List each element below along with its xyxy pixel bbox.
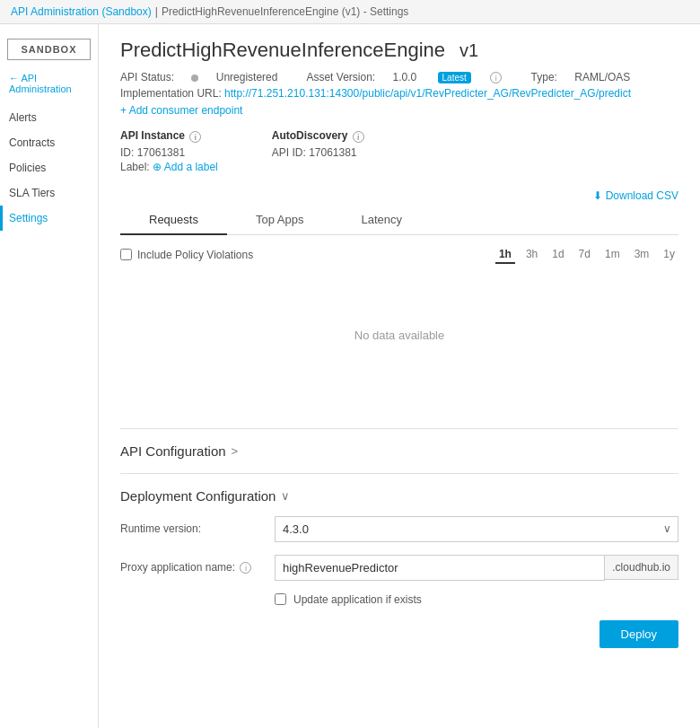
status-label: API Status: — [120, 71, 174, 83]
status-dot — [191, 75, 198, 82]
time-filter-7d[interactable]: 7d — [575, 246, 594, 264]
proxy-app-name-row: Proxy application name: i .cloudhub.io — [120, 555, 678, 581]
api-config-title: API Configuration — [120, 443, 226, 459]
include-policy-violations-label[interactable]: Include Policy Violations — [120, 249, 253, 261]
runtime-version-wrapper: 4.3.0 ∨ — [275, 516, 678, 542]
sidebar-item-sla-tiers[interactable]: SLA Tiers — [0, 180, 98, 206]
include-policy-violations-checkbox[interactable] — [120, 249, 132, 260]
api-instance-label-row: Label: ⊕ Add a label — [120, 161, 218, 173]
sidebar-nav: Alerts Contracts Policies SLA Tiers Sett… — [0, 105, 98, 231]
deployment-config-title: Deployment Configuration — [120, 488, 276, 504]
top-bar-link1[interactable]: API Administration (Sandbox) — [11, 5, 152, 18]
latest-badge: Latest — [438, 72, 471, 83]
divider-2 — [120, 473, 678, 474]
api-instance-row: API Instance i ID: 17061381 Label: ⊕ Add… — [120, 129, 678, 174]
auto-discovery-title: AutoDiscovery i — [272, 129, 364, 142]
version-badge: v1 — [459, 40, 478, 61]
sidebar-item-contracts[interactable]: Contracts — [0, 130, 98, 155]
no-data-message: No data available — [120, 275, 678, 414]
time-filter-1m[interactable]: 1m — [601, 246, 624, 264]
proxy-app-name-label: Proxy application name: i — [120, 561, 264, 574]
tab-latency[interactable]: Latency — [332, 206, 431, 235]
api-instance-title: API Instance i — [120, 129, 218, 142]
type-label: Type: — [531, 71, 557, 83]
sidebar-item-alerts[interactable]: Alerts — [0, 105, 98, 130]
sandbox-button[interactable]: SANDBOX — [7, 39, 91, 60]
proxy-app-name-group: .cloudhub.io — [275, 555, 678, 581]
proxy-app-name-input[interactable] — [275, 555, 605, 581]
top-bar-link2[interactable]: PredictHighRevenueInferenceEngine (v1) -… — [162, 5, 408, 18]
sidebar-item-settings[interactable]: Settings — [0, 206, 98, 231]
back-link[interactable]: ← API Administration — [0, 67, 98, 100]
impl-url-link[interactable]: http://71.251.210.131:14300/public/api/v… — [224, 87, 631, 100]
auto-discovery-block: AutoDiscovery i API ID: 17061381 — [272, 129, 364, 174]
time-filters: 1h 3h 1d 7d 1m 3m 1y — [495, 246, 678, 264]
api-config-chevron: > — [232, 444, 239, 458]
api-instance-id: ID: 17061381 — [120, 146, 218, 159]
download-csv-button[interactable]: ⬇ Download CSV — [120, 189, 678, 202]
runtime-version-row: Runtime version: 4.3.0 ∨ — [120, 516, 678, 542]
top-bar: API Administration (Sandbox) | PredictHi… — [0, 0, 700, 24]
impl-url-label: Implementation URL: — [120, 87, 222, 100]
deployment-config-header[interactable]: Deployment Configuration ∨ — [120, 488, 678, 504]
latest-info-icon[interactable]: i — [490, 72, 502, 83]
filter-row: Include Policy Violations 1h 3h 1d 7d 1m… — [120, 246, 678, 264]
api-config-header[interactable]: API Configuration > — [120, 443, 678, 459]
update-if-exists-row: Update application if exists — [275, 593, 678, 606]
api-instance-block: API Instance i ID: 17061381 Label: ⊕ Add… — [120, 129, 218, 174]
impl-url-row: Implementation URL: http://71.251.210.13… — [120, 87, 678, 100]
api-instance-info-icon[interactable]: i — [189, 131, 201, 143]
add-consumer-endpoint[interactable]: + Add consumer endpoint — [120, 104, 242, 117]
proxy-app-name-info-icon[interactable]: i — [240, 562, 251, 574]
status-value: Unregistered — [216, 71, 278, 83]
api-meta-row: API Status: Unregistered Asset Version: … — [120, 71, 678, 83]
download-icon: ⬇ — [593, 189, 602, 202]
tab-top-apps[interactable]: Top Apps — [227, 206, 333, 235]
main-content: PredictHighRevenueInferenceEngine v1 API… — [99, 24, 700, 728]
deploy-button[interactable]: Deploy — [599, 620, 678, 648]
deployment-config-chevron: ∨ — [281, 489, 290, 503]
time-filter-3h[interactable]: 3h — [522, 246, 541, 264]
top-bar-separator: | — [155, 5, 158, 18]
time-filter-1d[interactable]: 1d — [548, 246, 567, 264]
proxy-app-name-suffix: .cloudhub.io — [605, 555, 678, 580]
time-filter-1h[interactable]: 1h — [495, 246, 515, 264]
add-label-link[interactable]: ⊕ Add a label — [153, 161, 218, 173]
analytics-section: ⬇ Download CSV Requests Top Apps Latency… — [120, 189, 678, 414]
tab-requests[interactable]: Requests — [120, 206, 227, 235]
time-filter-3m[interactable]: 3m — [631, 246, 653, 264]
update-if-exists-label: Update application if exists — [293, 593, 422, 606]
runtime-version-select[interactable]: 4.3.0 — [275, 516, 678, 542]
page-header: PredictHighRevenueInferenceEngine v1 — [120, 39, 678, 62]
auto-discovery-api-id: API ID: 17061381 — [272, 146, 364, 159]
auto-discovery-info-icon[interactable]: i — [353, 131, 364, 143]
time-filter-1y[interactable]: 1y — [660, 246, 678, 264]
page-title: PredictHighRevenueInferenceEngine — [120, 39, 445, 62]
type-value: RAML/OAS — [574, 71, 630, 83]
runtime-version-label: Runtime version: — [120, 522, 264, 535]
sidebar-item-policies[interactable]: Policies — [0, 155, 98, 180]
divider-1 — [120, 428, 678, 429]
asset-version-label: Asset Version: — [306, 71, 375, 83]
analytics-tabs: Requests Top Apps Latency — [120, 206, 678, 235]
asset-version-value: 1.0.0 — [393, 71, 417, 83]
deploy-row: Deploy — [120, 620, 678, 648]
update-if-exists-checkbox[interactable] — [275, 593, 286, 605]
sidebar: SANDBOX ← API Administration Alerts Cont… — [0, 24, 99, 728]
